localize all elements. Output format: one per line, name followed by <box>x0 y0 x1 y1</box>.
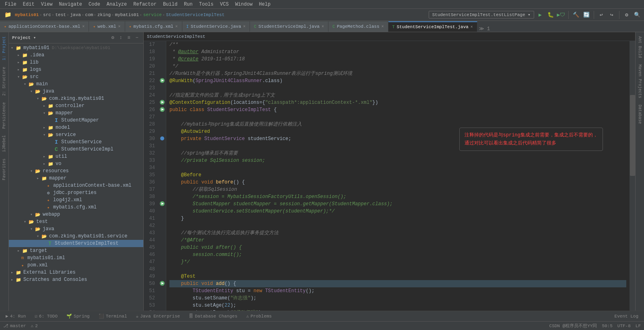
bottom-tab-database-changes[interactable]: 🗄 Database Changes <box>185 312 242 321</box>
status-encoding[interactable]: UTF-8 <box>617 324 631 328</box>
tab-close-impl[interactable]: × <box>322 25 324 29</box>
status-line-sep[interactable]: LF <box>636 324 641 328</box>
left-panel-persistence[interactable]: Persistence <box>1 100 7 131</box>
menu-build[interactable]: Build <box>160 0 181 9</box>
undo-button[interactable]: ↩ <box>597 10 606 19</box>
tab-close-applicationContext[interactable]: × <box>82 25 85 29</box>
tab-mybatis-cfg[interactable]: ✦ mybatis.cfg.xml × <box>125 21 182 32</box>
left-panel-project[interactable]: 1: Project <box>1 34 7 63</box>
menu-vcs[interactable]: VCS <box>217 0 232 9</box>
tree-item-service[interactable]: ▾ 📂 service <box>9 131 143 138</box>
settings-button[interactable]: ⚙ <box>622 10 631 19</box>
right-panel-maven[interactable]: Maven Projects <box>637 62 643 101</box>
menu-window[interactable]: Window <box>232 0 256 9</box>
menu-code[interactable]: Code <box>85 0 103 9</box>
tree-item-res-mapper[interactable]: ▸ 📁 mapper <box>9 175 143 182</box>
status-warnings[interactable]: ⚠ 2 <box>31 323 38 328</box>
menu-analyze[interactable]: Analyze <box>103 0 130 9</box>
breadcrumb-test[interactable]: test <box>55 12 66 17</box>
bottom-tab-terminal[interactable]: ⬛ Terminal <box>95 312 131 321</box>
breadcrumb-zking[interactable]: zking <box>97 12 111 17</box>
tree-item-test-java[interactable]: ▾ 📂 java <box>9 225 143 233</box>
tab-close-studentservice[interactable]: × <box>243 25 246 29</box>
panel-close-icon[interactable]: − <box>134 35 140 41</box>
tree-item-log4j[interactable]: ✦ log4j2.xml <box>9 196 143 204</box>
tree-item-pom[interactable]: ✦ pom.xml <box>9 262 143 269</box>
tree-item-logs[interactable]: ▸ 📁 logs <box>9 66 143 73</box>
breadcrumb-com[interactable]: com <box>85 12 93 17</box>
tree-item-mybatiscfg[interactable]: ✦ mybatis.cfg.xml <box>9 204 143 211</box>
bottom-tab-event-log[interactable]: Event Log <box>611 312 642 321</box>
status-git[interactable]: ⎇ master <box>3 323 26 328</box>
gutter-run-icon-50[interactable] <box>159 280 165 287</box>
tree-item-studentservice[interactable]: I StudentService <box>9 138 143 146</box>
bottom-tab-spring[interactable]: 🌱 Spring <box>62 312 94 321</box>
tree-item-target[interactable]: ▸ 📁 target <box>9 247 143 254</box>
tree-item-webapp[interactable]: ▾ 📂 webapp <box>9 211 143 218</box>
code-content[interactable]: /** * @author Administrator * @create 20… <box>166 41 630 311</box>
run-with-coverage-button[interactable]: ▶🛡 <box>557 10 566 19</box>
left-panel-favorites[interactable]: Favorites <box>1 156 7 183</box>
search-button[interactable]: 🔍 <box>633 10 642 19</box>
run-button[interactable]: ▶ <box>536 10 545 19</box>
menu-tools[interactable]: Tools <box>196 0 217 9</box>
tree-item-studentserviceimpltest[interactable]: T StudentServiceImplTest <box>9 240 143 247</box>
left-panel-structure[interactable]: 2: Structure <box>1 64 7 98</box>
tree-item-studentserviceimpl[interactable]: C StudentServiceImpl <box>9 146 143 153</box>
tab-close-cfg[interactable]: × <box>175 25 178 29</box>
menu-view[interactable]: View <box>38 0 56 9</box>
tree-item-model[interactable]: ▸ 📁 model <box>9 124 143 131</box>
menu-file[interactable]: File <box>2 0 20 9</box>
tree-item-test[interactable]: ▾ 📂 test <box>9 218 143 225</box>
tree-item-src[interactable]: ▾ 📂 src <box>9 73 143 80</box>
tab-overflow[interactable]: ≫ 1 <box>477 26 491 32</box>
tree-item-com-zking[interactable]: ▾ 📂 com.zking.mybatis01 <box>9 95 143 102</box>
build-button[interactable]: 🔨 <box>572 10 580 19</box>
right-panel-ant[interactable]: Ant Build <box>637 34 643 60</box>
gutter-run-icon-22[interactable] <box>159 77 165 84</box>
tree-item-controller[interactable]: ▸ 📁 controller <box>9 102 143 109</box>
tree-item-appcontext[interactable]: ✦ applicationContext-base.xml <box>9 182 143 189</box>
redo-button[interactable]: ↪ <box>607 10 616 19</box>
tree-item-mybatis01[interactable]: ▾ 📁 mybatis01 D:\iwokspace\mybatis01 <box>9 44 143 52</box>
menu-run[interactable]: Run <box>181 0 196 9</box>
breadcrumb-active-file[interactable]: StudentServiceImplTest <box>166 12 225 17</box>
tab-studentserviceimpl[interactable]: C StudentServiceImpl.java × <box>250 21 328 32</box>
bottom-tab-java-enterprise[interactable]: ☕ Java Enterprise <box>132 312 184 321</box>
menu-refactor[interactable]: Refactor <box>130 0 160 9</box>
tree-item-lib[interactable]: ▸ 📁 lib <box>9 59 143 66</box>
breadcrumb-java[interactable]: java <box>70 12 81 17</box>
tab-pagemethod[interactable]: C PageMethod.class × <box>328 21 388 32</box>
panel-gear-icon[interactable]: ≡ <box>126 35 132 41</box>
tree-item-jdbc[interactable]: ⚙ jdbc.properties <box>9 189 143 196</box>
left-panel-irebel[interactable]: iJRebel <box>1 133 7 155</box>
tab-applicationContext[interactable]: ✦ applicationContext-base.xml × <box>0 21 89 32</box>
bc-file[interactable]: StudentServiceImplTest <box>147 34 205 39</box>
gutter-run-icon-26[interactable] <box>159 106 165 113</box>
bottom-tab-problems[interactable]: ⚠ Problems <box>242 312 276 321</box>
tree-item-test-service[interactable]: ▾ 📂 com.zking.mybatis01.service <box>9 233 143 240</box>
panel-settings-icon[interactable]: ⚙ <box>109 35 116 41</box>
toolbar-project-icon[interactable]: 📁 <box>2 10 13 19</box>
tree-item-main-java[interactable]: ▾ 📂 java <box>9 88 143 95</box>
tree-item-util[interactable]: ▸ 📁 util <box>9 153 143 160</box>
breadcrumb-mybatis01-2[interactable]: mybatis01 <box>115 12 139 17</box>
right-panel-database[interactable]: Database <box>637 102 643 126</box>
bottom-tab-run[interactable]: ▶ 4: Run <box>2 312 30 321</box>
tab-web[interactable]: ✦ web.xml × <box>89 21 125 32</box>
bottom-tab-todo[interactable]: ☑ 6: TODO <box>31 312 62 321</box>
status-position[interactable]: 50:5 <box>602 324 612 328</box>
gutter-run-icon-25[interactable] <box>159 99 165 105</box>
tree-item-scratches[interactable]: ▸ 📁 Scratches and Consoles <box>9 276 143 283</box>
breadcrumb-mybatis01[interactable]: mybatis01 <box>15 12 39 17</box>
tree-item-iml[interactable]: m mybatis01.iml <box>9 254 143 262</box>
run-config-selector[interactable]: StudentServiceImplTest.testListPage ▾ <box>429 11 534 19</box>
breadcrumb-src[interactable]: src <box>43 12 51 17</box>
tree-item-vo[interactable]: ▸ 📁 vo <box>9 160 143 167</box>
tab-close-web[interactable]: × <box>118 25 121 29</box>
tab-studentservice[interactable]: I StudentService.java × <box>182 21 250 32</box>
menu-edit[interactable]: Edit <box>20 0 38 9</box>
editor-scrollbar[interactable] <box>630 41 635 311</box>
sync-button[interactable]: 🔄 <box>582 10 591 19</box>
gutter-run-icon-36[interactable] <box>159 200 165 207</box>
